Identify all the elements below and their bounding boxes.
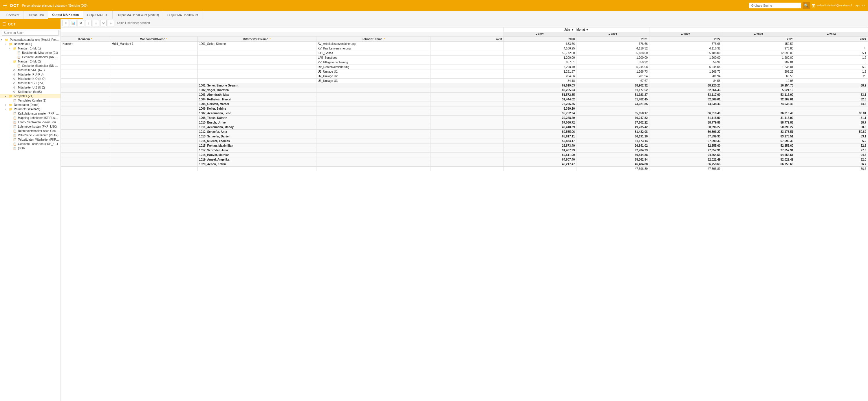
tree-icon-3: 📋 bbox=[17, 51, 21, 55]
cell-4-4 bbox=[431, 60, 504, 65]
cell-17-2: 1010_Busch, Ulrike bbox=[197, 120, 316, 125]
cell-14-7 bbox=[649, 106, 722, 111]
col-2020: 2020 bbox=[503, 37, 577, 42]
tree-label-7: Mitarbeiter A-E (A-E) bbox=[18, 69, 44, 72]
toolbar: ≡ 📊 ⚙ ↕ ⤓ ↺ + Keine Filterfelder definie… bbox=[61, 19, 868, 27]
tab-output-ma-kosten[interactable]: Output MA Kosten bbox=[48, 11, 83, 19]
col-2024: 2024 bbox=[795, 37, 868, 42]
tree-item-25[interactable]: 📋(000) bbox=[0, 146, 61, 151]
cell-23-1 bbox=[110, 148, 197, 153]
tab-ubersicht[interactable]: Übersicht bbox=[2, 11, 24, 19]
search-button[interactable]: 🔍 bbox=[803, 2, 810, 9]
hamburger-icon[interactable]: ☰ bbox=[3, 3, 7, 8]
cell-13-9: 74.5 bbox=[795, 102, 868, 106]
cell-22-6: 26,841.02 bbox=[577, 143, 649, 148]
tree-item-17[interactable]: 📋Kalkulationsparameter (PKP_KP... bbox=[0, 111, 61, 116]
table-row: 1015_Freitag, Maximilian26,873.4926,841.… bbox=[61, 143, 868, 148]
cell-22-7: 52,355.60 bbox=[649, 143, 722, 148]
cell-12-9: 32.3 bbox=[795, 97, 868, 102]
toolbar-add-btn[interactable]: + bbox=[108, 20, 114, 26]
tree-item-7[interactable]: ⚙Mitarbeiter A-E (A-E) bbox=[0, 68, 61, 72]
tree-icon-22: 📋 bbox=[13, 134, 17, 137]
table-row: 1005_Gersten, Marcel72,256.3573,021.8574… bbox=[61, 102, 868, 106]
toolbar-sort-btn[interactable]: ↕ bbox=[85, 20, 92, 26]
tree-item-4[interactable]: 📋Geplante Mitarbeiter (NN Stellen) (... bbox=[0, 55, 61, 59]
cell-3-1 bbox=[110, 56, 197, 60]
tree-item-1[interactable]: ▾📁Berichte (000) bbox=[0, 42, 61, 46]
tree-item-14[interactable]: 📋Templates Kunden (1) bbox=[0, 98, 61, 103]
sidebar-hamburger-icon[interactable]: ☰ bbox=[2, 22, 6, 26]
tree-item-8[interactable]: ⚙Mitarbeiter F-J (F-J) bbox=[0, 72, 61, 77]
tree-label-16: Parameter (PARAM) bbox=[14, 108, 40, 111]
cell-15-9: 36.81 bbox=[795, 111, 868, 116]
cell-17-0 bbox=[61, 120, 110, 125]
tree-item-3[interactable]: 📋Bestehende Mitarbeiter (01) bbox=[0, 51, 61, 55]
tab-output-ma-headcount-verteilt[interactable]: Output MA HeadCount (verteilt) bbox=[113, 11, 163, 19]
tree-item-9[interactable]: ⚙Mitarbeiter K-O (K-O) bbox=[0, 77, 61, 81]
cell-26-3 bbox=[316, 162, 431, 167]
tree-item-18[interactable]: 📋Mapping Lohnkonto IST PLAN (P... bbox=[0, 116, 61, 120]
cell-15-7: 36,810.49 bbox=[649, 111, 722, 116]
cell-5-3: RV_Rentenversicherung bbox=[316, 65, 431, 69]
cell-5-8: 1,236.81 bbox=[722, 65, 795, 69]
search-baum-input[interactable] bbox=[2, 30, 59, 36]
year-filter-label[interactable]: Jahr ▼ bbox=[564, 28, 574, 31]
cell-23-6: 92,704.23 bbox=[577, 148, 649, 153]
month-filter-label[interactable]: Monat ▼ bbox=[577, 28, 589, 31]
topbar: ☰ OCT Personalkostenplanung / dataentry … bbox=[0, 0, 868, 11]
toolbar-chart-btn[interactable]: 📊 bbox=[70, 20, 76, 26]
cell-9-0 bbox=[61, 83, 110, 88]
tree-item-23[interactable]: 📋Teilzeitdaten Mitarbeiter (PKP_MA) bbox=[0, 137, 61, 142]
tree-icon-17: 📋 bbox=[13, 112, 17, 115]
cell-12-7: 32,369.01 bbox=[649, 97, 722, 102]
tree-item-2[interactable]: ▾📁Mandant 1 (Mdt1) bbox=[0, 46, 61, 51]
cell-5-2 bbox=[197, 65, 316, 69]
cell-2-2 bbox=[197, 51, 316, 56]
cell-2-1 bbox=[110, 51, 197, 56]
tree-item-10[interactable]: ⚙Mitarbeiter P-T (P-T) bbox=[0, 81, 61, 85]
table-row: 1017_Schröder, Julia91,467.9992,704.2327… bbox=[61, 148, 868, 153]
cell-17-6: 57,502.22 bbox=[577, 120, 649, 125]
table-row: KV_Krankenversicherung4,106.254,116.324,… bbox=[61, 46, 868, 51]
table-row: 1019_Amsel, Angelika64,807.4065,362.9452… bbox=[61, 157, 868, 162]
tree-item-16[interactable]: ▾📁Parameter (PARAM) bbox=[0, 107, 61, 111]
toolbar-refresh-btn[interactable]: ↺ bbox=[100, 20, 106, 26]
table-row: 1018_Hoover, Mathias50,511.0050,844.8894… bbox=[61, 153, 868, 157]
toolbar-settings-btn[interactable]: ⚙ bbox=[78, 20, 84, 26]
logo: OCT bbox=[10, 3, 20, 8]
tree-item-24[interactable]: 📋Geplante Lohnarten (PKP_Z...) bbox=[0, 142, 61, 146]
cell-26-7: 66,758.63 bbox=[649, 162, 722, 167]
cell-16-9: 31.1 bbox=[795, 116, 868, 120]
cell-4-6: 859.92 bbox=[577, 60, 649, 65]
cell-0-1: Mdt1_Mandant 1 bbox=[110, 42, 197, 46]
tree-item-6[interactable]: 📋Geplante Mitarbeiter (NN Stellen) (... bbox=[0, 64, 61, 68]
grid-area[interactable]: Jahr ▼ Monat ▼ ▸ 2020 ▸ 2021 ▸ 2022 ▸ 20… bbox=[61, 27, 868, 401]
table-row: 1003_Abendrath, Max51,572.8551,923.2753,… bbox=[61, 93, 868, 97]
global-search-input[interactable] bbox=[749, 3, 801, 8]
cell-19-8: 83,173.51 bbox=[722, 130, 795, 134]
tab-output-ma-fte[interactable]: Output MA FTE bbox=[83, 11, 112, 19]
cell-10-6: 81,177.52 bbox=[577, 88, 649, 93]
cell-1-1 bbox=[110, 46, 197, 51]
cell-6-9: 1.2 bbox=[795, 69, 868, 74]
tree-item-5[interactable]: 📁Mandant 2 (Mdt2) bbox=[0, 59, 61, 64]
cell-19-9: 50.89 bbox=[795, 130, 868, 134]
tree-icon-1: 📁 bbox=[9, 42, 13, 46]
tree-item-22[interactable]: 📋ValueSerie - Sachkonto (PLAN) bbox=[0, 133, 61, 137]
grid-icon[interactable]: ⊞ bbox=[811, 3, 815, 8]
tree-item-11[interactable]: ⚙Mitarbeiter U-Z (U-Z) bbox=[0, 85, 61, 90]
tab-output-ma-headcount[interactable]: Output MA HeadCount bbox=[163, 11, 203, 19]
tree-item-15[interactable]: ▸📁Demodaten (Demo) bbox=[0, 103, 61, 107]
tree-item-13[interactable]: ▸📁Templates (ZT) bbox=[0, 94, 61, 98]
tree-item-20[interactable]: 📋Lohnnebenkosten (PKP_LNK) bbox=[0, 125, 61, 129]
toolbar-menu-btn[interactable]: ≡ bbox=[63, 20, 69, 26]
cell-21-8: 67,599.33 bbox=[722, 139, 795, 143]
tree-item-19[interactable]: 📋Lnart - Sachkonto - ValueSerie... bbox=[0, 120, 61, 125]
tree-item-0[interactable]: ▾📁Personalkostenplanung (Modul_Perso... bbox=[0, 38, 61, 42]
tab-output-fibu[interactable]: Output FiBu bbox=[24, 11, 48, 19]
cell-27-7: 47,596.89 bbox=[649, 167, 722, 171]
cell-0-4 bbox=[431, 42, 504, 46]
toolbar-export-btn[interactable]: ⤓ bbox=[93, 20, 99, 26]
tree-item-21[interactable]: 📋Renteneintrittsalter nach Geburts... bbox=[0, 129, 61, 133]
tree-item-12[interactable]: ⚙Stellenplan (MdtS) bbox=[0, 90, 61, 94]
